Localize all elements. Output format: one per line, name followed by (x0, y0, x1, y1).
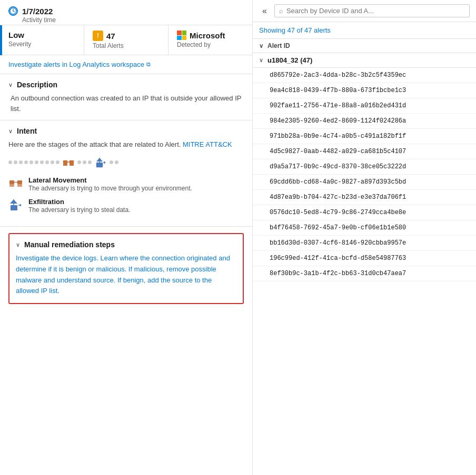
list-item[interactable]: d865792e-2ac3-4dda-b28c-3b2c5f4359ec (253, 68, 476, 83)
lateral-movement-chain-icon (61, 155, 76, 170)
severity-value: Low (8, 31, 75, 39)
showing-row: Showing 47 of 47 alerts (253, 22, 476, 39)
list-item[interactable]: 9ea4c818-0439-4f7b-880a-673f1bcbe1c3 (253, 83, 476, 98)
description-body: An outbound connection was created to an… (8, 93, 244, 114)
mitre-link[interactable]: MITRE ATT&CK (183, 140, 232, 148)
left-panel: 1/7/2022 Activity time Low Severity ! 47… (0, 0, 253, 475)
severity-label: Severity (8, 41, 75, 48)
lateral-movement-item: Lateral Movement The adversary is trying… (8, 176, 244, 193)
description-chevron: ∨ (8, 82, 13, 88)
lateral-movement-icon (8, 176, 23, 191)
search-icon: ⌕ (279, 7, 283, 15)
total-alerts-cell: ! 47 Total Alerts (84, 25, 168, 55)
chain-dot-1 (8, 160, 12, 164)
chain-dot-6 (35, 160, 38, 164)
remediation-chevron: ∨ (16, 241, 20, 248)
detected-by-label: Detected by (177, 41, 244, 48)
svg-rect-21 (11, 205, 17, 210)
showing-count-link[interactable]: Showing 47 of 47 alerts (259, 26, 331, 34)
alert-warning-icon: ! (93, 31, 103, 41)
chain-dot-5 (29, 160, 33, 164)
exfiltration-chain-icon (93, 155, 108, 170)
svg-rect-4 (63, 164, 67, 166)
alert-id-column-header: Alert ID (267, 42, 290, 49)
severity-accent (0, 25, 2, 55)
svg-line-2 (13, 11, 14, 12)
lateral-movement-text: Lateral Movement The adversary is trying… (28, 176, 192, 193)
search-container: ⌕ (274, 4, 470, 17)
alert-items-container: d865792e-2ac3-4dda-b28c-3b2c5f4359ec9ea4… (253, 68, 476, 281)
remediation-title: Manual remediation steps (24, 240, 115, 249)
group-chevron-icon: ∨ (259, 57, 263, 64)
svg-rect-3 (63, 160, 67, 164)
exfiltration-item: Exfiltration The adversary is trying to … (8, 198, 244, 215)
chain-dot-8 (45, 160, 49, 164)
chain-dot-4 (24, 160, 28, 164)
list-item[interactable]: d9a5a717-0b9c-49cd-8370-38ce05c3222d (253, 159, 476, 175)
chain-dot-9 (51, 160, 54, 164)
chain-dot-3 (19, 160, 23, 164)
intent-section: ∨ Intent Here are the stages of the atta… (0, 120, 252, 227)
svg-rect-18 (17, 184, 22, 187)
description-title: Description (17, 80, 57, 89)
group-title: u1804_32 (47) (267, 56, 312, 64)
date-row: 1/7/2022 Activity time (0, 0, 252, 25)
chain-dot-7 (40, 160, 44, 164)
intent-chevron: ∨ (8, 128, 13, 135)
list-item[interactable]: 196c99ed-412f-41ca-bcfd-d58e54987763 (253, 251, 476, 266)
intent-header[interactable]: ∨ Intent (8, 127, 244, 135)
exfiltration-title: Exfiltration (28, 198, 130, 206)
exfiltration-desc: The adversary is trying to steal data. (28, 206, 130, 215)
list-item[interactable]: bb16d30d-0307-4cf6-8146-920cbba9957e (253, 236, 476, 251)
remediation-body: Investigate the device logs. Learn where… (16, 253, 236, 297)
right-top-bar: « ⌕ (253, 0, 476, 22)
search-input[interactable] (286, 7, 465, 15)
alert-list-header: ∨ Alert ID (253, 39, 476, 53)
detected-by-cell: Microsoft Detected by (168, 25, 252, 55)
svg-rect-16 (9, 184, 14, 187)
attack-chain (8, 155, 244, 170)
lateral-movement-desc: The adversary is trying to move through … (28, 184, 192, 193)
description-header[interactable]: ∨ Description (8, 80, 244, 89)
list-item[interactable]: 971bb28a-0b9e-4c74-a0b5-c491a182bf1f (253, 129, 476, 144)
svg-rect-9 (96, 163, 103, 167)
list-item[interactable]: b4f76458-7692-45a7-9e0b-cf06e1b1e580 (253, 220, 476, 236)
activity-label: Activity time (22, 16, 244, 24)
chain-dot-10 (56, 160, 60, 164)
group-header[interactable]: ∨ u1804_32 (47) (253, 53, 476, 68)
clock-icon (8, 6, 18, 16)
list-item[interactable]: 902fae11-2756-471e-88a8-a016b2ed431d (253, 98, 476, 114)
collapse-button[interactable]: « (259, 5, 270, 17)
exfiltration-text: Exfiltration The adversary is trying to … (28, 198, 130, 215)
intent-title: Intent (17, 127, 37, 135)
chain-dot-13 (88, 160, 92, 164)
chain-dot-12 (83, 160, 86, 164)
investigate-link[interactable]: Investigate alerts in Log Analytics work… (8, 60, 244, 68)
chain-dot-11 (77, 160, 81, 164)
total-alerts-label: Total Alerts (93, 42, 160, 49)
remediation-header[interactable]: ∨ Manual remediation steps (16, 240, 236, 249)
stats-wrapper: Low Severity ! 47 Total Alerts Mic (0, 25, 252, 55)
list-item[interactable]: 984e2305-9260-4ed2-8609-1124f024286a (253, 114, 476, 129)
total-alerts-value: ! 47 (93, 31, 160, 41)
microsoft-icon (177, 31, 186, 40)
lateral-movement-title: Lateral Movement (28, 176, 192, 184)
chain-dot-15 (115, 160, 118, 164)
external-link-icon: ⧉ (146, 61, 151, 68)
list-item[interactable]: 69cdd6bb-cd68-4a0c-9827-a897d393c5bd (253, 175, 476, 190)
header-chevron-icon: ∨ (259, 43, 263, 49)
list-item[interactable]: 4d87ea9b-b704-427c-b23d-e3e37da706f1 (253, 190, 476, 205)
remediation-section: ∨ Manual remediation steps Investigate t… (8, 233, 244, 304)
list-item[interactable]: 4d5c9827-0aab-4482-a029-ca681b5c4107 (253, 144, 476, 159)
svg-rect-6 (70, 164, 74, 166)
date-text: 1/7/2022 (22, 7, 53, 16)
detected-by-value: Microsoft (177, 31, 244, 40)
stats-row: Low Severity ! 47 Total Alerts Mic (0, 25, 252, 55)
severity-cell: Low Severity (0, 25, 84, 55)
chain-dot-14 (110, 160, 113, 164)
description-section: ∨ Description An outbound connection was… (0, 74, 252, 120)
list-item[interactable]: 8ef30b9c-3a1b-4f2c-bb63-31d0cb47aea7 (253, 266, 476, 281)
investigate-link-row: Investigate alerts in Log Analytics work… (0, 55, 252, 74)
right-panel: « ⌕ Showing 47 of 47 alerts ∨ Alert ID ∨… (253, 0, 476, 475)
list-item[interactable]: 0576dc10-5ed8-4c79-9c86-2749cca4be8e (253, 205, 476, 220)
